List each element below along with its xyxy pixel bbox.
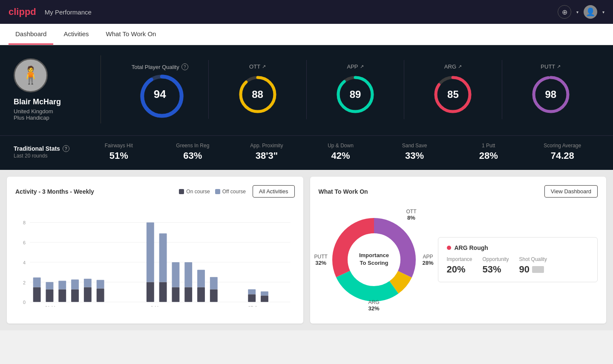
svg-rect-26 — [71, 289, 79, 302]
svg-text:Importance: Importance — [359, 252, 389, 258]
shot-quality-value: 90 — [519, 264, 530, 275]
donut-chart-section: Importance To Scoring OTT 8% APP 28% — [319, 204, 429, 315]
total-quality-help[interactable]: ? — [181, 63, 188, 70]
info-dot — [447, 246, 451, 250]
svg-text:2: 2 — [23, 280, 26, 285]
total-quality-value: 94 — [154, 88, 166, 101]
svg-rect-22 — [46, 289, 54, 302]
putt-value: 98 — [545, 89, 556, 100]
opportunity-value: 53% — [483, 264, 509, 275]
view-dashboard-button[interactable]: View Dashboard — [544, 185, 598, 198]
shot-quality-label: Shot Quality — [519, 256, 547, 262]
up-down-stat: Up & Down 42% — [304, 143, 378, 161]
svg-text:9 May: 9 May — [151, 305, 164, 307]
svg-text:To Scoring: To Scoring — [360, 260, 388, 266]
svg-rect-24 — [58, 289, 66, 302]
trad-stats-subtitle: Last 20 rounds — [14, 153, 82, 159]
svg-rect-29 — [84, 279, 92, 287]
one-putt-value: 28% — [452, 150, 526, 161]
user-avatar[interactable]: 👤 — [584, 5, 597, 19]
ott-value: 88 — [252, 89, 263, 100]
bottom-section: Activity - 3 Months - Weekly On course O… — [0, 170, 613, 330]
player-handicap: Plus Handicap — [14, 115, 49, 121]
opportunity-label: Opportunity — [483, 256, 509, 262]
chart-header: Activity - 3 Months - Weekly On course O… — [15, 185, 295, 198]
svg-rect-28 — [84, 287, 92, 302]
chart-title: Activity - 3 Months - Weekly — [15, 188, 94, 195]
trad-stats-label: Traditional Stats ? Last 20 rounds — [14, 145, 82, 159]
svg-rect-36 — [172, 287, 179, 302]
stats-panel: 🧍 Blair McHarg United Kingdom Plus Handi… — [0, 45, 613, 135]
trad-stats-title: Traditional Stats ? — [14, 145, 82, 152]
app-circle: 89 — [334, 73, 377, 116]
putt-circle: 98 — [530, 73, 572, 116]
putt-arrow-icon: ↗ — [557, 64, 561, 69]
svg-rect-45 — [248, 289, 256, 294]
info-stats: Importance 20% Opportunity 53% Shot Qual… — [447, 256, 589, 275]
svg-rect-31 — [97, 280, 104, 289]
add-dropdown-icon: ▾ — [576, 10, 578, 14]
arg-card: ARG ↗ 85 — [404, 60, 502, 119]
svg-rect-40 — [197, 287, 205, 302]
app-arrow-icon: ↗ — [360, 64, 364, 69]
total-quality-circle: 94 — [138, 73, 181, 115]
svg-rect-30 — [97, 288, 104, 302]
one-putt-stat: 1 Putt 28% — [452, 143, 526, 161]
greens-in-reg-label: Greens In Reg — [156, 143, 230, 149]
svg-rect-35 — [159, 233, 167, 282]
off-course-legend-dot — [215, 189, 220, 194]
svg-rect-27 — [71, 280, 79, 289]
header-right: ⊕ ▾ 👤 ▾ — [558, 5, 604, 19]
svg-rect-37 — [172, 262, 179, 287]
svg-rect-38 — [184, 287, 192, 302]
svg-rect-23 — [46, 282, 54, 289]
total-quality-card: Total Player Quality ? 94 — [111, 60, 209, 119]
work-on-header: What To Work On View Dashboard — [319, 185, 598, 198]
arg-rough-info-card: ARG Rough Importance 20% Opportunity 53%… — [438, 237, 598, 282]
importance-label: Importance — [447, 256, 472, 262]
traditional-stats-section: Traditional Stats ? Last 20 rounds Fairw… — [0, 135, 613, 170]
all-activities-button[interactable]: All Activities — [253, 185, 295, 198]
off-course-legend: Off course — [215, 189, 246, 195]
ott-label: OTT ↗ — [249, 63, 266, 70]
opportunity-stat: Opportunity 53% — [483, 256, 509, 275]
svg-rect-34 — [159, 282, 167, 302]
svg-text:27 Jun: 27 Jun — [248, 305, 262, 307]
scoring-average-value: 74.28 — [525, 150, 599, 161]
tab-activities[interactable]: Activities — [57, 24, 95, 45]
sand-save-label: Sand Save — [377, 143, 452, 149]
svg-rect-33 — [147, 223, 154, 282]
fairways-hit-stat: Fairways Hit 51% — [82, 143, 156, 161]
scoring-average-label: Scoring Average — [525, 143, 599, 149]
player-name: Blair McHarg — [14, 97, 61, 106]
add-button[interactable]: ⊕ — [558, 5, 571, 19]
app-value: 89 — [350, 89, 361, 100]
app-proximity-value: 38'3" — [230, 150, 304, 161]
chart-controls: On course Off course All Activities — [179, 185, 294, 198]
on-course-legend: On course — [179, 189, 210, 195]
tab-what-to-work-on[interactable]: What To Work On — [99, 24, 163, 45]
arg-value: 85 — [447, 89, 459, 100]
putt-card: PUTT ↗ 98 — [502, 60, 599, 119]
on-course-legend-dot — [179, 189, 184, 194]
nav-tabs: Dashboard Activities What To Work On — [0, 24, 613, 45]
ott-circle: 88 — [236, 73, 279, 116]
greens-in-reg-stat: Greens In Reg 63% — [156, 143, 230, 161]
header: clippd My Performance ⊕ ▾ 👤 ▾ — [0, 0, 613, 24]
arg-arrow-icon: ↗ — [458, 64, 462, 69]
activity-chart-svg: 0 2 4 6 8 — [15, 204, 295, 307]
tab-dashboard[interactable]: Dashboard — [9, 24, 53, 45]
app-label: APP ↗ — [347, 63, 364, 70]
trad-stats-help[interactable]: ? — [63, 145, 69, 152]
greens-in-reg-value: 63% — [156, 150, 230, 161]
info-card-header: ARG Rough — [447, 244, 589, 251]
svg-rect-21 — [33, 278, 41, 287]
svg-rect-44 — [248, 294, 256, 302]
work-on-content: Importance To Scoring OTT 8% APP 28% — [319, 204, 598, 315]
svg-text:4: 4 — [23, 260, 26, 265]
svg-rect-41 — [197, 270, 205, 287]
sand-save-value: 33% — [377, 150, 452, 161]
shot-quality-bar — [532, 266, 544, 273]
activity-chart-card: Activity - 3 Months - Weekly On course O… — [7, 177, 303, 324]
ott-arrow-icon: ↗ — [262, 64, 266, 69]
